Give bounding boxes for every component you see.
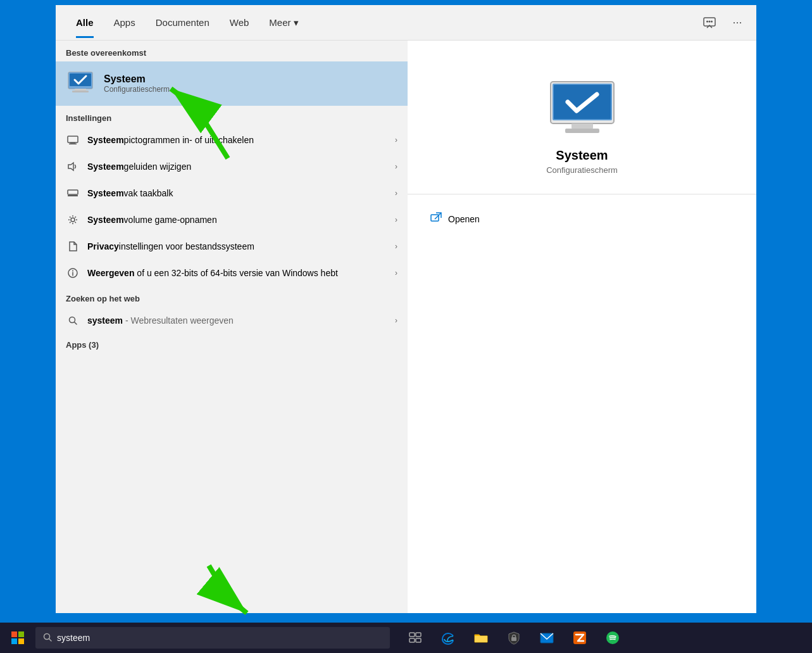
- taskbar-search-box[interactable]: [35, 627, 390, 649]
- settings-label-vak: Systeemvak taakbalk: [87, 187, 387, 199]
- web-item-label: systeem - Webresultaten weergeven: [87, 315, 387, 326]
- settings-label-volume: Systeemvolume game-opnamen: [87, 214, 387, 225]
- chevron-right-icon-1: ›: [395, 136, 397, 144]
- settings-label-privacy: Privacyinstellingen voor bestandssysteem: [87, 241, 387, 252]
- web-search-header: Zoeken op het web: [56, 286, 408, 307]
- svg-marker-14: [68, 163, 73, 170]
- open-icon: [430, 212, 442, 226]
- search-icon: [66, 314, 80, 327]
- svg-rect-30: [11, 631, 17, 637]
- best-match-title: Systeem: [104, 73, 170, 85]
- svg-rect-15: [68, 190, 78, 194]
- preview-divider: [408, 194, 756, 194]
- svg-line-22: [75, 322, 77, 325]
- svg-rect-38: [409, 638, 415, 642]
- taskbar-search-icon: [43, 633, 52, 643]
- chevron-down-icon: ▾: [294, 17, 299, 29]
- svg-line-35: [49, 638, 52, 641]
- start-button[interactable]: [0, 623, 35, 653]
- open-label: Openen: [448, 214, 480, 224]
- preview-title: Systeem: [556, 148, 608, 163]
- svg-rect-33: [18, 638, 24, 644]
- svg-rect-9: [75, 89, 86, 91]
- taskbar-icons: [400, 623, 628, 653]
- settings-item-vak[interactable]: Systeemvak taakbalk ›: [56, 180, 408, 206]
- svg-line-29: [435, 213, 441, 219]
- svg-rect-32: [11, 638, 17, 644]
- right-panel: Systeem Configuratiescherm Openen: [408, 41, 756, 613]
- svg-rect-39: [416, 638, 421, 642]
- best-match-text: Systeem Configuratiescherm: [104, 73, 170, 94]
- document-icon: [66, 239, 80, 253]
- search-panel: Alle Apps Documenten Web Meer ▾ ···: [56, 5, 756, 613]
- preview-subtitle: Configuratiescherm: [546, 165, 618, 175]
- tab-web[interactable]: Web: [220, 12, 259, 33]
- best-match-app-icon: [66, 69, 95, 98]
- apps-count: Apps (3): [56, 334, 408, 352]
- tab-bar-actions: ···: [701, 14, 746, 32]
- svg-rect-36: [409, 633, 415, 637]
- svg-rect-11: [68, 136, 78, 143]
- security-button[interactable]: [499, 623, 529, 653]
- preview-app-icon: [547, 79, 617, 136]
- speaker-icon: [66, 160, 80, 174]
- tab-alle[interactable]: Alle: [66, 12, 104, 33]
- best-match-item[interactable]: Systeem Configuratiescherm: [56, 61, 408, 106]
- settings-item-geluiden[interactable]: Systeemgeluiden wijzigen ›: [56, 153, 408, 180]
- settings-item-pictogrammen[interactable]: Systeempictogrammen in- of uitschakelen …: [56, 127, 408, 153]
- settings-item-privacy[interactable]: Privacyinstellingen voor bestandssysteem…: [56, 233, 408, 260]
- svg-rect-40: [475, 636, 487, 642]
- svg-rect-31: [18, 631, 24, 637]
- tab-apps[interactable]: Apps: [104, 12, 146, 33]
- taskbar-icon: [66, 186, 80, 200]
- svg-rect-10: [72, 91, 89, 92]
- svg-rect-37: [416, 633, 421, 637]
- chevron-right-icon-6: ›: [395, 269, 397, 277]
- tab-meer[interactable]: Meer ▾: [259, 12, 308, 34]
- task-view-button[interactable]: [400, 623, 430, 653]
- chevron-right-icon-web: ›: [395, 316, 397, 325]
- svg-rect-16: [68, 195, 78, 196]
- chevron-right-icon-2: ›: [395, 162, 397, 171]
- web-search-item[interactable]: systeem - Webresultaten weergeven ›: [56, 307, 408, 334]
- monitor-icon: [66, 133, 80, 147]
- settings-label-geluiden: Systeemgeluiden wijzigen: [87, 161, 387, 172]
- gear-icon: [66, 213, 80, 227]
- svg-point-20: [72, 270, 73, 272]
- svg-rect-25: [554, 85, 611, 119]
- feedback-icon[interactable]: [701, 14, 718, 32]
- settings-item-volume[interactable]: Systeemvolume game-opnamen ›: [56, 206, 408, 233]
- svg-point-3: [706, 20, 708, 22]
- more-options-icon[interactable]: ···: [728, 14, 746, 32]
- svg-rect-12: [70, 143, 75, 144]
- settings-label-weergeven: Weergeven of u een 32-bits of 64-bits ve…: [87, 267, 387, 279]
- svg-rect-8: [70, 73, 91, 86]
- svg-point-17: [71, 218, 75, 222]
- left-panel: Beste overeenkomst Systeem Confi: [56, 41, 408, 613]
- spotify-button[interactable]: [597, 623, 628, 653]
- svg-rect-26: [572, 124, 593, 129]
- mail-button[interactable]: [532, 623, 562, 653]
- best-match-header: Beste overeenkomst: [56, 41, 408, 61]
- svg-rect-27: [565, 129, 599, 133]
- settings-header: Instellingen: [56, 106, 408, 127]
- chevron-right-icon-4: ›: [395, 215, 397, 224]
- content-area: Beste overeenkomst Systeem Confi: [56, 41, 756, 613]
- file-explorer-button[interactable]: [466, 623, 496, 653]
- svg-point-5: [711, 20, 713, 22]
- svg-rect-13: [69, 144, 77, 145]
- tab-bar: Alle Apps Documenten Web Meer ▾ ···: [56, 5, 756, 41]
- zwift-button[interactable]: [565, 623, 595, 653]
- tab-documenten[interactable]: Documenten: [146, 12, 220, 33]
- chevron-right-icon-5: ›: [395, 242, 397, 251]
- svg-rect-28: [431, 215, 439, 221]
- best-match-subtitle: Configuratiescherm: [104, 85, 170, 94]
- settings-label-pictogrammen: Systeempictogrammen in- of uitschakelen: [87, 134, 387, 146]
- info-icon: [66, 266, 80, 280]
- open-button[interactable]: Openen: [420, 207, 490, 231]
- taskbar: [0, 623, 812, 653]
- taskbar-search-input[interactable]: [57, 633, 382, 643]
- settings-item-weergeven[interactable]: Weergeven of u een 32-bits of 64-bits ve…: [56, 260, 408, 286]
- edge-browser-button[interactable]: [433, 623, 463, 653]
- chevron-right-icon-3: ›: [395, 189, 397, 198]
